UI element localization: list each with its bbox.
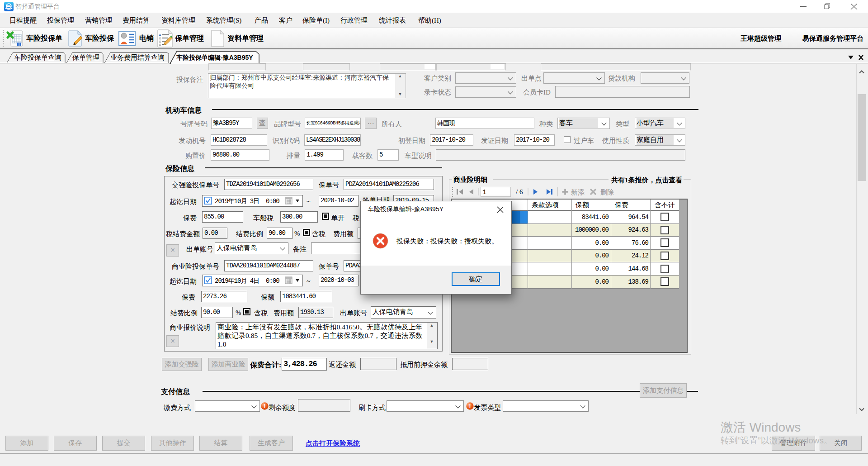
svg-text:!: !: [469, 403, 471, 409]
svg-text:!: !: [264, 403, 266, 409]
